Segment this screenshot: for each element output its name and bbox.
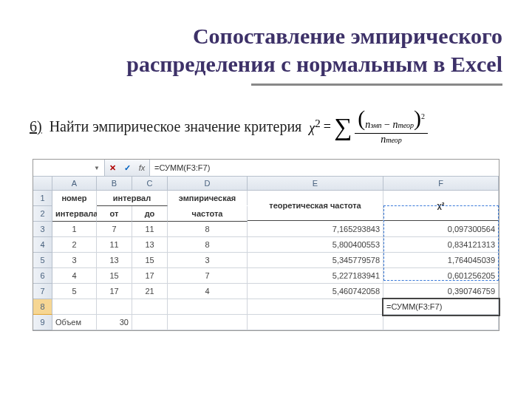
chevron-down-icon[interactable]: ▼ <box>94 165 100 171</box>
step-line: 6) Найти эмпирическое значение критерия … <box>30 108 502 146</box>
cell[interactable] <box>132 315 168 330</box>
row-header[interactable]: 6 <box>33 268 52 284</box>
row-header[interactable]: 2 <box>33 206 52 222</box>
cell[interactable]: 5,460742058 <box>248 284 383 299</box>
cell[interactable]: 0,834121313 <box>383 237 499 253</box>
cell[interactable]: 5 <box>52 284 97 299</box>
cell[interactable]: 13 <box>97 253 132 268</box>
row-header[interactable]: 1 <box>33 191 52 206</box>
cell[interactable]: 30 <box>97 315 132 330</box>
head-cell: до <box>132 206 168 222</box>
cell[interactable]: 7 <box>97 222 132 237</box>
cell[interactable]: 0,601256205 <box>383 268 499 284</box>
head-cell: частота <box>168 206 248 222</box>
head-cell: интервал <box>97 191 168 206</box>
head-cell: χ² <box>383 191 499 221</box>
editing-cell[interactable]: =СУММ(F3:F7) <box>383 299 499 315</box>
cell[interactable]: 15 <box>132 253 168 268</box>
cell[interactable]: 1 <box>52 222 97 237</box>
select-all-corner[interactable] <box>33 177 52 191</box>
cell[interactable]: 8 <box>168 237 248 253</box>
cell[interactable]: 0,390746759 <box>383 284 499 299</box>
cell[interactable]: 17 <box>132 268 168 284</box>
cell[interactable] <box>383 315 499 330</box>
head-cell: эмпирическая <box>168 191 248 205</box>
cell[interactable]: 4 <box>168 284 248 299</box>
cancel-icon[interactable]: ✕ <box>105 160 120 176</box>
cell[interactable]: 11 <box>132 222 168 237</box>
fx-icon[interactable]: fx <box>134 163 149 172</box>
cell[interactable]: Объем <box>52 315 97 330</box>
cell[interactable]: 11 <box>97 237 132 253</box>
enter-icon[interactable]: ✓ <box>120 160 134 176</box>
col-header[interactable]: C <box>132 177 168 191</box>
row-header[interactable]: 5 <box>33 253 52 268</box>
cell[interactable]: 15 <box>97 268 132 284</box>
formula-input[interactable]: =СУММ(F3:F7) <box>149 160 499 176</box>
head-cell: от <box>97 206 132 222</box>
cell[interactable]: 13 <box>132 237 168 253</box>
cell[interactable]: 7 <box>168 268 248 284</box>
cell[interactable]: 5,800400553 <box>248 237 383 253</box>
cell[interactable] <box>132 299 168 315</box>
cell[interactable] <box>52 299 97 315</box>
cell[interactable]: 0,097300564 <box>383 222 499 237</box>
cell[interactable]: 4 <box>52 268 97 284</box>
row-header[interactable]: 9 <box>33 315 52 330</box>
head-cell: интервала <box>52 206 97 222</box>
col-header[interactable]: F <box>383 177 499 191</box>
title-underline <box>251 83 502 86</box>
col-header[interactable]: D <box>168 177 248 191</box>
spreadsheet-grid[interactable]: A B C D E F 1 номер интервал эмпирическа… <box>33 177 499 330</box>
cell[interactable]: 1,764045039 <box>383 253 499 268</box>
chi-square-formula: χ2 = ∑ (nэмп − nтеор)2 nтеор <box>309 108 428 146</box>
cell[interactable]: 3 <box>52 253 97 268</box>
cell[interactable] <box>168 299 248 315</box>
cell[interactable] <box>97 299 132 315</box>
cell[interactable]: 21 <box>132 284 168 299</box>
row-header[interactable]: 7 <box>33 284 52 299</box>
col-header[interactable]: A <box>52 177 97 191</box>
name-box[interactable]: ▼ <box>33 160 105 176</box>
row-header[interactable]: 8 <box>33 299 52 315</box>
head-cell: номер <box>52 191 97 205</box>
col-header[interactable]: E <box>248 177 383 191</box>
step-text: Найти эмпирическое значение критерия <box>50 118 302 135</box>
slide-title: Сопоставление эмпирического распределени… <box>30 22 502 78</box>
cell[interactable]: 7,165293843 <box>248 222 383 237</box>
cell[interactable]: 5,345779578 <box>248 253 383 268</box>
cell[interactable] <box>168 315 248 330</box>
sigma-icon: ∑ <box>334 115 352 140</box>
cell[interactable] <box>248 299 383 315</box>
cell[interactable] <box>248 315 383 330</box>
excel-window: ▼ ✕ ✓ fx =СУММ(F3:F7) A B C D E F 1 номе… <box>33 159 499 331</box>
row-header[interactable]: 3 <box>33 222 52 237</box>
cell[interactable]: 8 <box>168 222 248 237</box>
formula-bar: ▼ ✕ ✓ fx =СУММ(F3:F7) <box>33 160 499 177</box>
cell[interactable]: 3 <box>168 253 248 268</box>
cell[interactable]: 17 <box>97 284 132 299</box>
head-cell: теоретическая частота <box>248 191 383 221</box>
step-number: 6) <box>30 118 42 135</box>
row-header[interactable]: 4 <box>33 237 52 253</box>
col-header[interactable]: B <box>97 177 132 191</box>
cell[interactable]: 2 <box>52 237 97 253</box>
cell[interactable]: 5,227183941 <box>248 268 383 284</box>
